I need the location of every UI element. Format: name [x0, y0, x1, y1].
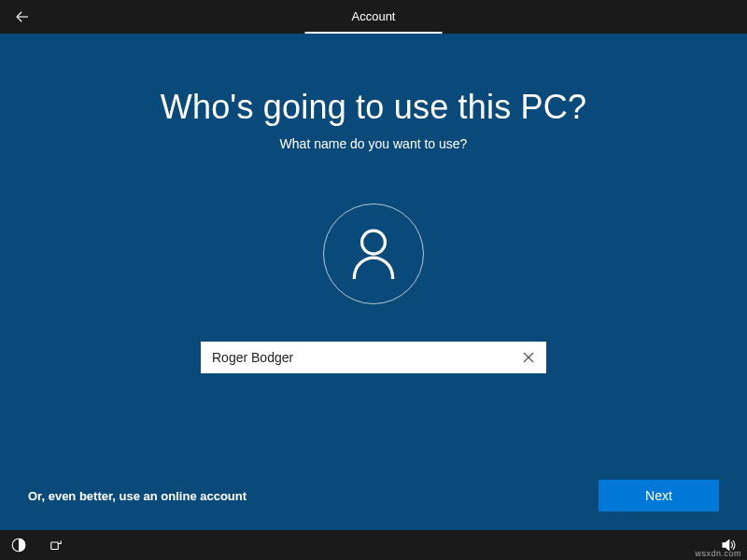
arrow-left-icon: [14, 8, 31, 25]
setup-content: Who's going to use this PC? What name do…: [0, 34, 747, 530]
taskbar: [0, 530, 747, 560]
tab-label: Account: [352, 9, 396, 23]
ease-of-access-icon: [10, 537, 27, 553]
keyboard-icon: [48, 537, 64, 553]
svg-point-1: [362, 231, 386, 254]
name-input-container: [201, 342, 546, 373]
input-method-button[interactable]: [45, 534, 67, 556]
page-heading: Who's going to use this PC?: [161, 88, 587, 127]
close-icon: [523, 352, 534, 363]
tab-strip: Account: [305, 0, 443, 34]
page-subheading: What name do you want to use?: [280, 136, 468, 151]
svg-marker-6: [723, 540, 729, 551]
next-button[interactable]: Next: [599, 480, 719, 511]
volume-icon: [720, 537, 737, 553]
user-avatar-placeholder: [323, 203, 424, 304]
clear-input-button[interactable]: [513, 343, 544, 371]
tab-account[interactable]: Account: [305, 0, 443, 34]
title-bar: Account: [0, 0, 747, 34]
footer-row: Or, even better, use an online account N…: [0, 474, 747, 530]
svg-rect-5: [51, 542, 59, 550]
use-online-account-link[interactable]: Or, even better, use an online account: [28, 489, 247, 503]
name-input[interactable]: [203, 344, 513, 371]
user-icon: [349, 227, 398, 281]
ease-of-access-button[interactable]: [7, 534, 30, 556]
volume-button[interactable]: [717, 534, 740, 556]
taskbar-left: [7, 534, 67, 556]
back-button[interactable]: [0, 0, 45, 34]
